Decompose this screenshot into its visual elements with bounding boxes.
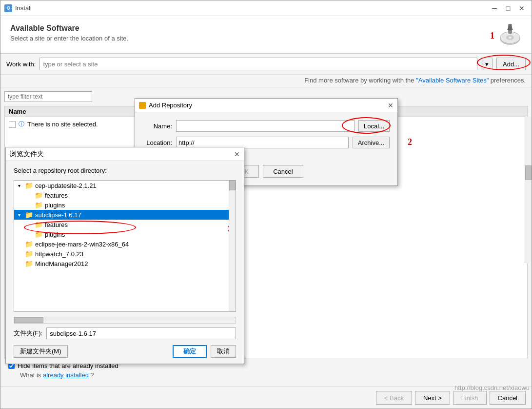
folder-icon-eclipse: 📁 [25, 240, 33, 248]
page-subtitle: Select a site or enter the location of a… [10, 35, 128, 42]
available-software-sites-link[interactable]: "Available Software Sites" [416, 77, 489, 84]
browse-title-bar: 浏览文件夹 ✕ [6, 147, 244, 161]
tree-label-plugins2: plugins [45, 231, 65, 238]
work-with-input[interactable] [39, 58, 477, 70]
work-with-row: Work with: ▾ Add... [0, 54, 532, 75]
browse-instruction: Select a repository root directory: [14, 167, 236, 174]
tree-label-eclipse: eclipse-jee-mars-2-win32-x86_64 [35, 241, 129, 248]
work-with-container: Work with: ▾ Add... [0, 54, 532, 75]
finish-button[interactable]: Finish [453, 391, 487, 405]
scrollbar-thumb[interactable] [525, 165, 532, 180]
new-folder-button[interactable]: 新建文件夹(M) [14, 345, 68, 358]
tree-item-plugins1[interactable]: 📁 plugins [14, 200, 236, 210]
already-installed-link[interactable]: already installed [43, 371, 89, 379]
folder-icon-features1: 📁 [35, 191, 43, 199]
filename-row: 文件夹(F): [14, 327, 236, 339]
find-more-line: Find more software by working with the "… [0, 75, 532, 87]
filename-input[interactable] [46, 327, 236, 339]
dialog-cancel-button[interactable]: Cancel [263, 165, 303, 178]
dialog-close-button[interactable]: ✕ [386, 101, 395, 110]
next-button[interactable]: Next > [415, 391, 450, 405]
title-bar: ⚙ Install ─ □ ✕ [0, 0, 532, 16]
no-site-checkbox[interactable] [9, 121, 16, 128]
name-row: Name: Local... [143, 120, 390, 132]
browse-body: Select a repository root directory: ▾ 📁 … [6, 161, 244, 364]
folder-icon-mindmanager: 📁 [25, 260, 33, 267]
folder-icon-cep: 📁 [25, 182, 33, 189]
install-icon: ⚙ [4, 4, 12, 12]
window-controls: ─ □ ✕ [489, 2, 528, 14]
tree-label-httpwatch: httpwatch_7.0.23 [35, 250, 83, 258]
browse-close-button[interactable]: ✕ [232, 149, 242, 159]
tree-item-mindmanager[interactable]: 📁 MindManager2012 [14, 259, 236, 268]
browse-cancel-button[interactable]: 取消 [211, 345, 236, 358]
install-window: ⚙ Install ─ □ ✕ Available Software Selec… [0, 0, 532, 409]
browse-folder-dialog: 浏览文件夹 ✕ Select a repository root directo… [5, 147, 244, 364]
badge-2: 2 [408, 137, 412, 147]
header-left: Available Software Select a site or ente… [10, 24, 128, 42]
back-button[interactable]: < Back [376, 391, 412, 405]
tree-item-features1[interactable]: 📁 features [14, 190, 236, 200]
name-column-header: Name [9, 108, 26, 115]
folder-icon-subclipse: 📁 [25, 211, 33, 219]
filter-input[interactable] [4, 91, 92, 102]
tree-item-httpwatch[interactable]: 📁 httpwatch_7.0.23 [14, 249, 236, 259]
add-button[interactable]: Add... [496, 58, 526, 70]
tree-label-features2: features [45, 221, 68, 228]
page-title: Available Software [10, 24, 128, 33]
window-title: Install [15, 4, 32, 12]
browse-hscrollbar[interactable] [14, 317, 236, 324]
tree-scrollbar-thumb[interactable] [229, 181, 236, 190]
find-more-text: Find more software by working with the [304, 77, 416, 84]
browse-confirm-button[interactable]: 确定 [173, 345, 207, 358]
dialog-title-bar: Add Repository ✕ [135, 99, 397, 112]
folder-icon-plugins1: 📁 [35, 201, 43, 209]
find-more-suffix: preferences. [491, 77, 526, 84]
tree-label-mindmanager: MindManager2012 [35, 260, 88, 267]
svg-point-3 [509, 37, 512, 39]
local-button[interactable]: Local... [358, 120, 390, 132]
svg-marker-5 [507, 24, 513, 30]
tree-scrollbar[interactable] [229, 181, 236, 311]
main-scrollbar[interactable] [525, 117, 532, 263]
what-is-suffix: ? [90, 371, 94, 379]
tree-toggle-subclipse[interactable]: ▾ [18, 212, 25, 218]
location-label: Location: [143, 139, 172, 146]
maximize-button[interactable]: □ [502, 2, 514, 14]
cd-icon [498, 24, 522, 47]
what-is-text: What is [20, 371, 43, 379]
tree-item-features2[interactable]: 📁 features [14, 220, 236, 229]
footer-buttons: http://blog.csdn.net/xiaowu < Back Next … [0, 387, 532, 409]
tree-item-cep[interactable]: ▾ 📁 cep-updatesite-2.1.21 [14, 181, 236, 190]
tree-label-subclipse: subclipse-1.6.17 [35, 211, 81, 219]
folder-icon-features2: 📁 [35, 221, 43, 228]
header-right: 1 [490, 24, 522, 47]
archive-button[interactable]: Archive... [353, 137, 390, 148]
browse-footer-right: 确定 取消 [173, 345, 236, 358]
tree-label-features1: features [45, 192, 68, 199]
browse-tree[interactable]: ▾ 📁 cep-updatesite-2.1.21 📁 features 📁 [14, 180, 236, 312]
tree-item-plugins2[interactable]: 📁 plugins [14, 229, 236, 239]
filename-label: 文件夹(F): [14, 329, 42, 338]
browse-title: 浏览文件夹 [10, 150, 44, 159]
close-button[interactable]: ✕ [516, 2, 528, 14]
name-input[interactable] [176, 120, 355, 132]
what-is-row: What is already installed ? [8, 371, 524, 379]
name-label: Name: [143, 123, 172, 130]
no-site-text: There is no site selected. [27, 121, 98, 128]
dialog-title: Add Repository [149, 102, 192, 109]
tree-label-plugins1: plugins [45, 202, 65, 209]
tree-label-cep: cep-updatesite-2.1.21 [35, 182, 97, 189]
cancel-button[interactable]: Cancel [490, 391, 526, 405]
header-section: Available Software Select a site or ente… [0, 16, 532, 54]
dialog-icon [139, 102, 146, 109]
folder-icon-httpwatch: 📁 [25, 250, 33, 258]
browse-footer: 新建文件夹(M) 确定 取消 [14, 345, 236, 358]
tree-item-subclipse[interactable]: ▾ 📁 subclipse-1.6.17 [14, 210, 236, 220]
tree-item-eclipse[interactable]: 📁 eclipse-jee-mars-2-win32-x86_64 [14, 239, 236, 249]
browse-hscrollbar-thumb[interactable] [14, 317, 43, 323]
tree-toggle-cep[interactable]: ▾ [18, 183, 25, 188]
folder-icon-plugins2: 📁 [35, 230, 43, 238]
work-with-dropdown[interactable]: ▾ [481, 58, 493, 70]
minimize-button[interactable]: ─ [489, 2, 500, 14]
